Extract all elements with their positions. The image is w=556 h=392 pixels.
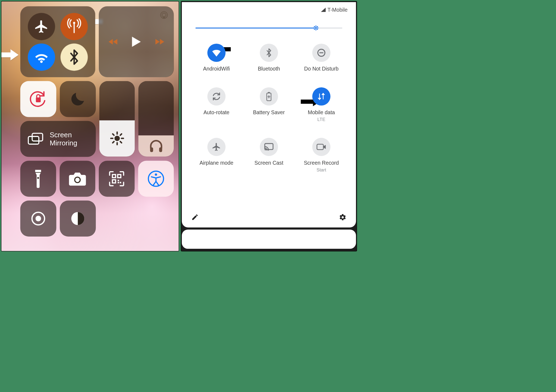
svg-rect-24 xyxy=(112,180,116,183)
carrier-label: T-Mobile xyxy=(327,7,348,13)
play-button[interactable] xyxy=(131,36,141,48)
mobile-data-label: Mobile data xyxy=(308,109,335,115)
screen-record-tile[interactable]: Screen Record Start xyxy=(299,138,343,173)
screen-record-sublabel: Start xyxy=(317,167,326,173)
airplane-tile[interactable]: Airplane mode xyxy=(195,138,238,173)
screen-record-label: Screen Record xyxy=(304,160,339,166)
brightness-icon xyxy=(109,131,124,146)
bluetooth-label: Bluetooth xyxy=(258,66,280,72)
headphones-icon xyxy=(148,138,164,154)
mobile-data-icon xyxy=(317,92,326,101)
svg-rect-23 xyxy=(118,174,121,178)
rewind-button[interactable] xyxy=(108,37,119,46)
mobile-data-tile[interactable]: Mobile data LTE xyxy=(299,87,343,122)
dnd-icon xyxy=(317,48,326,58)
bluetooth-icon xyxy=(68,48,81,66)
edit-button[interactable] xyxy=(191,213,199,221)
brightness-slider[interactable] xyxy=(99,81,135,157)
autorotate-icon xyxy=(212,92,221,101)
bluetooth-icon xyxy=(265,48,273,58)
svg-line-13 xyxy=(120,142,122,143)
svg-rect-27 xyxy=(118,182,119,183)
svg-line-15 xyxy=(120,134,122,135)
airplay-icon[interactable] xyxy=(159,11,168,20)
svg-point-21 xyxy=(75,178,80,182)
status-bar: T-Mobile xyxy=(190,6,348,14)
svg-rect-17 xyxy=(159,147,162,152)
bluetooth-tile[interactable]: Bluetooth xyxy=(247,44,291,72)
svg-rect-39 xyxy=(268,92,270,93)
svg-rect-4 xyxy=(36,97,41,102)
settings-button[interactable] xyxy=(339,213,346,221)
autorotate-label: Auto-rotate xyxy=(203,109,229,115)
screen-record-button[interactable] xyxy=(20,200,56,237)
svg-rect-26 xyxy=(120,182,121,183)
flashlight-icon xyxy=(33,169,43,188)
flashlight-button[interactable] xyxy=(20,161,56,197)
camera-icon xyxy=(68,171,87,186)
notification-card[interactable] xyxy=(182,230,356,249)
orientation-lock-icon xyxy=(29,90,48,109)
dark-mode-icon xyxy=(70,210,86,227)
record-icon xyxy=(316,143,326,151)
mobile-data-sublabel: LTE xyxy=(317,117,325,122)
screen-mirroring-button[interactable]: Screen Mirroring xyxy=(20,121,96,157)
media-controls-group xyxy=(99,6,174,77)
do-not-disturb-toggle[interactable] xyxy=(60,81,96,117)
screen-mirroring-icon xyxy=(27,132,44,146)
cast-icon xyxy=(264,143,274,151)
svg-rect-16 xyxy=(150,147,153,152)
airplane-icon xyxy=(212,142,221,152)
wifi-tile[interactable]: AndroidWifi xyxy=(195,44,238,72)
svg-point-43 xyxy=(265,149,266,150)
android-quick-settings: T-Mobile AndroidWifi Bluetooth xyxy=(181,1,357,251)
volume-slider[interactable] xyxy=(138,81,174,157)
battery-icon xyxy=(266,91,273,101)
airplane-icon xyxy=(34,19,49,34)
airplane-mode-toggle[interactable] xyxy=(28,13,55,40)
cellular-data-toggle[interactable] xyxy=(61,13,88,40)
svg-point-35 xyxy=(315,27,317,29)
svg-rect-44 xyxy=(317,144,323,150)
airplane-label: Airplane mode xyxy=(200,160,233,166)
record-icon xyxy=(30,210,47,227)
brightness-thumb-icon xyxy=(312,25,319,31)
screen-mirroring-label: Screen Mirroring xyxy=(50,131,77,147)
svg-point-1 xyxy=(73,22,75,24)
dnd-label: Do Not Disturb xyxy=(304,66,339,72)
battery-saver-label: Battery Saver xyxy=(253,109,285,115)
wifi-icon xyxy=(33,49,50,65)
camera-button[interactable] xyxy=(59,161,95,197)
svg-point-7 xyxy=(114,136,120,141)
screen-cast-label: Screen Cast xyxy=(254,160,283,166)
annotation-arrow-wifi xyxy=(1,49,18,61)
svg-point-29 xyxy=(155,173,157,176)
moon-icon xyxy=(69,91,86,108)
autorotate-tile[interactable]: Auto-rotate xyxy=(195,87,238,122)
svg-line-14 xyxy=(113,142,114,143)
svg-rect-25 xyxy=(118,180,119,181)
bluetooth-toggle[interactable] xyxy=(61,43,88,71)
dark-mode-button[interactable] xyxy=(60,200,96,237)
svg-rect-22 xyxy=(112,174,116,178)
svg-point-18 xyxy=(37,177,39,179)
forward-button[interactable] xyxy=(154,37,165,46)
accessibility-icon xyxy=(147,170,165,188)
cellular-icon xyxy=(66,18,82,34)
accessibility-button[interactable] xyxy=(138,161,174,197)
ios-control-center: Screen Mirroring xyxy=(1,1,179,251)
orientation-lock-toggle[interactable] xyxy=(20,81,56,117)
svg-line-12 xyxy=(113,134,114,135)
dnd-tile[interactable]: Do Not Disturb xyxy=(299,44,343,72)
brightness-slider[interactable] xyxy=(195,24,342,31)
battery-saver-tile[interactable]: Battery Saver xyxy=(247,87,291,122)
svg-point-31 xyxy=(36,216,41,221)
wifi-toggle[interactable] xyxy=(28,43,55,71)
qr-scanner-button[interactable] xyxy=(99,161,135,197)
wifi-icon xyxy=(211,48,222,58)
svg-rect-5 xyxy=(28,136,39,144)
signal-icon xyxy=(320,8,326,12)
wifi-label: AndroidWifi xyxy=(203,66,230,72)
screen-cast-tile[interactable]: Screen Cast xyxy=(247,138,291,173)
connectivity-group xyxy=(20,6,95,77)
